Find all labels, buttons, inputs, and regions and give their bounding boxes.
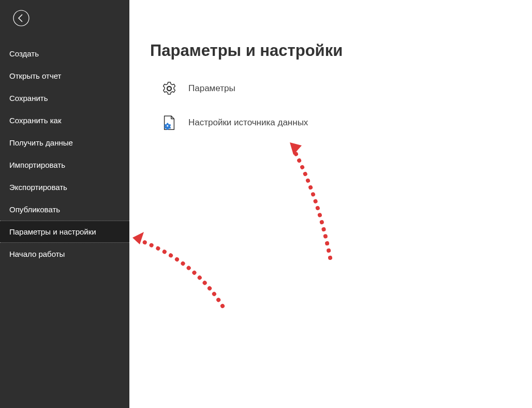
sidebar-item-get-data[interactable]: Получить данные bbox=[0, 132, 129, 154]
svg-point-1 bbox=[167, 125, 168, 126]
annotation-overlay bbox=[129, 0, 532, 408]
sidebar-item-label: Опубликовать bbox=[9, 205, 60, 214]
sidebar-item-save[interactable]: Сохранить bbox=[0, 87, 129, 109]
sidebar-item-getting-started[interactable]: Начало работы bbox=[0, 243, 129, 265]
sidebar-item-open-report[interactable]: Открыть отчет bbox=[0, 65, 129, 87]
page-title: Параметры и настройки bbox=[150, 41, 511, 60]
sidebar-item-label: Получить данные bbox=[9, 138, 73, 147]
sidebar-item-options-settings[interactable]: Параметры и настройки bbox=[0, 221, 129, 243]
sidebar-item-label: Создать bbox=[9, 49, 39, 58]
svg-point-0 bbox=[13, 10, 29, 26]
sidebar-item-import[interactable]: Импортировать bbox=[0, 154, 129, 176]
sidebar-item-label: Начало работы bbox=[9, 250, 65, 258]
sidebar-item-save-as[interactable]: Сохранить как bbox=[0, 109, 129, 132]
sidebar-item-label: Экспортировать bbox=[9, 183, 67, 192]
option-label: Настройки источника данных bbox=[188, 118, 308, 128]
option-label: Параметры bbox=[188, 83, 235, 94]
annotation-arrow-left bbox=[132, 232, 223, 306]
sidebar-item-create[interactable]: Создать bbox=[0, 42, 129, 65]
sidebar-item-publish[interactable]: Опубликовать bbox=[0, 198, 129, 221]
arrow-left-circle-icon bbox=[12, 9, 30, 29]
sidebar-item-label: Открыть отчет bbox=[9, 71, 62, 80]
sidebar-item-label: Сохранить bbox=[9, 94, 48, 103]
sidebar-item-export[interactable]: Экспортировать bbox=[0, 176, 129, 198]
options-list: Параметры Настройки источника данных bbox=[150, 81, 511, 130]
sidebar-item-label: Параметры и настройки bbox=[9, 227, 96, 236]
main-content: Параметры и настройки Параметры bbox=[129, 0, 532, 408]
sidebar-menu: Создать Открыть отчет Сохранить Сохранит… bbox=[0, 38, 129, 265]
option-data-source-settings[interactable]: Настройки источника данных bbox=[161, 115, 511, 130]
sidebar-item-label: Сохранить как bbox=[9, 116, 62, 125]
option-parameters[interactable]: Параметры bbox=[161, 81, 511, 96]
gear-icon bbox=[161, 81, 177, 96]
back-button[interactable] bbox=[11, 9, 31, 29]
file-gear-icon bbox=[161, 115, 177, 130]
sidebar-item-label: Импортировать bbox=[9, 161, 65, 169]
sidebar: Создать Открыть отчет Сохранить Сохранит… bbox=[0, 0, 129, 408]
annotation-arrow-up bbox=[290, 142, 330, 258]
